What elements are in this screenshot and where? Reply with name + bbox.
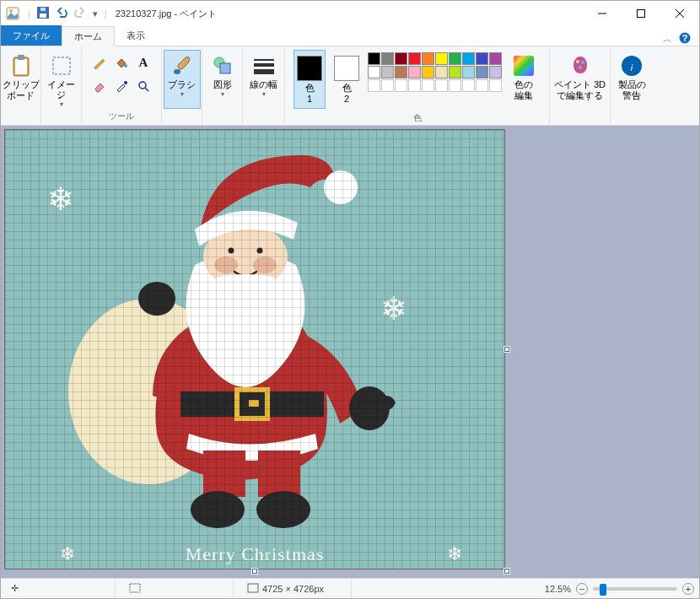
canvas-text: Merry Christmas xyxy=(186,543,325,565)
color-swatch-empty[interactable] xyxy=(489,79,502,92)
clipboard-button[interactable]: クリップ ボード xyxy=(3,50,40,109)
info-icon: i xyxy=(621,54,643,78)
status-dimensions: 4725 × 4726px xyxy=(242,579,352,598)
color-swatch[interactable] xyxy=(381,52,394,65)
text-tool[interactable]: A xyxy=(134,53,153,72)
color-swatch[interactable] xyxy=(422,66,434,78)
color-swatch-empty[interactable] xyxy=(435,79,448,92)
canvas[interactable]: ❄ ❄ ❄ ❄ Merry Christmas xyxy=(5,130,504,569)
color-swatch[interactable] xyxy=(368,52,380,65)
color-palette xyxy=(368,50,502,92)
magnifier-tool[interactable] xyxy=(134,77,153,95)
eraser-tool[interactable] xyxy=(90,77,109,95)
help-icon[interactable]: ? xyxy=(679,32,691,46)
svg-rect-37 xyxy=(203,451,245,497)
chevron-down-icon: ▾ xyxy=(180,90,184,98)
zoom-out-button[interactable]: − xyxy=(576,583,588,595)
redo-icon[interactable] xyxy=(74,7,86,20)
status-cursor: ✛ xyxy=(6,579,116,598)
file-tab[interactable]: ファイル xyxy=(1,25,62,46)
resize-handle-right[interactable] xyxy=(504,347,509,352)
svg-rect-25 xyxy=(514,56,534,76)
color-swatch[interactable] xyxy=(395,66,407,78)
color-swatch[interactable] xyxy=(435,66,448,78)
color-swatch[interactable] xyxy=(489,52,502,65)
color-swatch-empty[interactable] xyxy=(395,79,407,92)
svg-rect-12 xyxy=(15,59,27,74)
image-button[interactable]: イメージ ▾ xyxy=(43,50,80,109)
paint3d-button[interactable]: ペイント 3D で編集する xyxy=(552,50,609,109)
collapse-ribbon-icon[interactable]: ︿ xyxy=(663,33,672,46)
color-swatch-empty[interactable] xyxy=(476,79,488,92)
pencil-tool[interactable] xyxy=(90,53,109,72)
color-swatch[interactable] xyxy=(462,52,475,65)
svg-line-18 xyxy=(145,88,148,91)
shapes-button[interactable]: 図形 ▾ xyxy=(204,50,241,109)
fill-tool[interactable] xyxy=(112,53,131,72)
color2-button[interactable]: 色 2 xyxy=(331,50,363,109)
chevron-down-icon: ▾ xyxy=(221,90,224,98)
color-swatch[interactable] xyxy=(368,66,380,78)
close-button[interactable] xyxy=(660,1,699,26)
resize-handle-bottom[interactable] xyxy=(252,569,257,574)
paint3d-icon xyxy=(570,54,590,78)
svg-point-32 xyxy=(138,282,175,316)
selection-size-icon xyxy=(129,583,141,595)
group-shapes: 図形 ▾ xyxy=(202,46,243,125)
canvas-area[interactable]: ❄ ❄ ❄ ❄ Merry Christmas xyxy=(1,126,699,578)
svg-point-44 xyxy=(229,248,234,254)
undo-icon[interactable] xyxy=(56,7,67,20)
color1-button[interactable]: 色 1 xyxy=(293,50,326,109)
alerts-button[interactable]: i 製品の 警告 xyxy=(613,50,650,109)
color-swatch-empty[interactable] xyxy=(408,79,421,92)
ribbon-right: ︿ ? xyxy=(663,32,699,46)
color-swatch-empty[interactable] xyxy=(462,79,475,92)
color-swatch[interactable] xyxy=(408,52,421,65)
color-swatch[interactable] xyxy=(489,66,502,78)
color-swatch[interactable] xyxy=(449,66,461,78)
color-swatch[interactable] xyxy=(408,66,421,78)
view-tab[interactable]: 表示 xyxy=(115,25,157,46)
svg-point-46 xyxy=(324,170,358,204)
chevron-down-icon: ▾ xyxy=(262,90,266,98)
chevron-down-icon: ▾ xyxy=(60,100,63,108)
maximize-button[interactable] xyxy=(622,1,660,26)
color-swatch-empty[interactable] xyxy=(449,79,461,92)
window-controls xyxy=(583,1,699,26)
color-swatch[interactable] xyxy=(476,66,488,78)
color-swatch[interactable] xyxy=(476,52,488,65)
color-swatch[interactable] xyxy=(449,52,461,65)
color-swatch[interactable] xyxy=(435,52,448,65)
color-swatch-empty[interactable] xyxy=(381,79,394,92)
zoom-in-button[interactable]: + xyxy=(682,583,694,595)
color-swatch[interactable] xyxy=(462,66,475,78)
home-tab[interactable]: ホーム xyxy=(62,26,115,46)
picker-tool[interactable] xyxy=(112,77,131,95)
color-swatch[interactable] xyxy=(422,52,434,65)
zoom-slider-thumb[interactable] xyxy=(600,584,606,596)
clipboard-label: クリップ ボード xyxy=(3,79,40,100)
group-alerts: i 製品の 警告 xyxy=(611,46,653,125)
resize-handle-corner[interactable] xyxy=(504,569,509,574)
window-title: 23210327.jpg - ペイント xyxy=(116,8,217,20)
group-brushes: ブラシ ▾ xyxy=(162,46,202,125)
svg-point-45 xyxy=(257,248,263,254)
linewidth-button[interactable]: 線の幅 ▾ xyxy=(245,50,283,109)
minimize-button[interactable] xyxy=(583,1,622,26)
svg-rect-36 xyxy=(249,400,259,407)
svg-point-15 xyxy=(124,64,127,67)
edit-colors-button[interactable]: 色の 編集 xyxy=(507,50,541,109)
group-image: イメージ ▾ xyxy=(41,46,82,125)
zoom-level: 12.5% xyxy=(545,584,571,594)
brushes-button[interactable]: ブラシ ▾ xyxy=(164,50,201,109)
group-linewidth: 線の幅 ▾ xyxy=(243,46,285,125)
zoom-slider[interactable] xyxy=(593,587,677,591)
save-icon[interactable] xyxy=(37,7,49,20)
color-swatch[interactable] xyxy=(381,66,394,78)
customize-qat-icon[interactable]: ▾ xyxy=(93,8,98,19)
color-swatch-empty[interactable] xyxy=(368,79,380,92)
color-swatch[interactable] xyxy=(395,52,407,65)
group-paint3d: ペイント 3D で編集する xyxy=(550,46,611,125)
select-icon xyxy=(51,54,72,78)
color-swatch-empty[interactable] xyxy=(422,79,434,92)
